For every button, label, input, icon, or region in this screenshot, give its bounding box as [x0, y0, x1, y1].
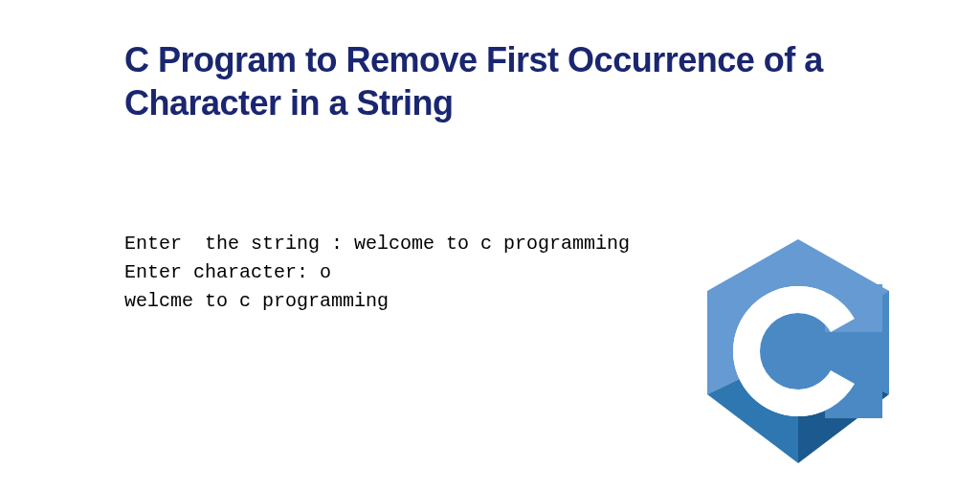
page-title: C Program to Remove First Occurrence of … [124, 38, 856, 124]
code-line-3: welcme to c programming [124, 290, 389, 312]
code-line-2: Enter character: o [124, 261, 331, 283]
c-language-logo-icon [693, 232, 903, 471]
code-line-1: Enter the string : welcome to c programm… [124, 233, 630, 255]
